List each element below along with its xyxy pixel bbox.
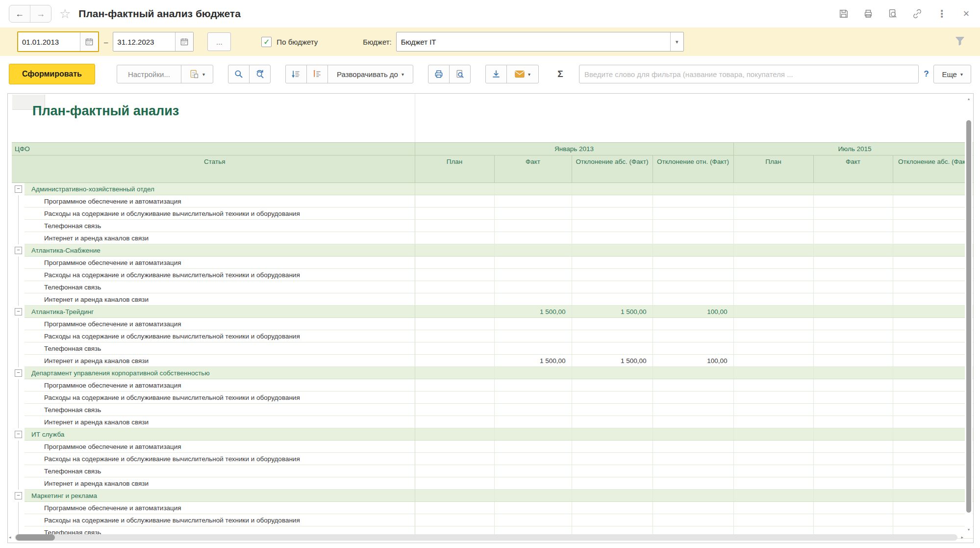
- value-cell[interactable]: [494, 367, 572, 379]
- date-to-input[interactable]: [113, 32, 175, 51]
- vertical-scrollbar[interactable]: [965, 95, 973, 533]
- article-name-cell[interactable]: Расходы на содержание и обслуживание выч…: [25, 514, 415, 526]
- value-cell[interactable]: [415, 318, 494, 330]
- value-cell[interactable]: [572, 502, 653, 514]
- value-cell[interactable]: [733, 477, 813, 490]
- value-cell[interactable]: [813, 490, 893, 502]
- value-cell[interactable]: [653, 477, 733, 490]
- quick-filter-input[interactable]: [579, 65, 919, 83]
- value-cell[interactable]: [733, 318, 813, 330]
- value-cell[interactable]: 1 500,00: [572, 306, 653, 318]
- value-cell[interactable]: [733, 514, 813, 526]
- value-cell[interactable]: [653, 367, 733, 379]
- value-cell[interactable]: [572, 281, 653, 293]
- value-cell[interactable]: [653, 453, 733, 465]
- value-cell[interactable]: [653, 379, 733, 391]
- value-cell[interactable]: [813, 453, 893, 465]
- value-cell[interactable]: [733, 183, 813, 195]
- value-cell[interactable]: [653, 318, 733, 330]
- value-cell[interactable]: [494, 208, 572, 220]
- article-name-cell[interactable]: Телефонная связь: [25, 342, 415, 355]
- value-cell[interactable]: 100,00: [653, 306, 733, 318]
- article-name-cell[interactable]: Телефонная связь: [25, 465, 415, 477]
- value-cell[interactable]: [494, 391, 572, 404]
- value-cell[interactable]: [893, 502, 974, 514]
- value-cell[interactable]: 1 500,00: [494, 306, 572, 318]
- value-cell[interactable]: [415, 367, 494, 379]
- value-cell[interactable]: [415, 342, 494, 355]
- article-name-cell[interactable]: Расходы на содержание и обслуживание выч…: [25, 391, 415, 404]
- value-cell[interactable]: [813, 355, 893, 367]
- value-cell[interactable]: [572, 367, 653, 379]
- article-name-cell[interactable]: Программное обеспечение и автоматизация: [25, 195, 415, 208]
- print-icon[interactable]: [862, 8, 874, 20]
- collapse-expander-icon[interactable]: −: [15, 185, 22, 193]
- value-cell[interactable]: [415, 490, 494, 502]
- date-from-input[interactable]: [18, 32, 80, 51]
- calendar-icon[interactable]: [80, 32, 98, 51]
- value-cell[interactable]: [572, 220, 653, 232]
- value-cell[interactable]: [572, 330, 653, 342]
- value-cell[interactable]: [494, 281, 572, 293]
- value-cell[interactable]: [733, 220, 813, 232]
- value-cell[interactable]: [415, 355, 494, 367]
- horizontal-scroll-track[interactable]: [15, 534, 957, 541]
- article-name-cell[interactable]: Расходы на содержание и обслуживание выч…: [25, 330, 415, 342]
- sum-sigma-button[interactable]: Σ: [550, 65, 571, 83]
- value-cell[interactable]: [893, 269, 974, 281]
- value-cell[interactable]: [653, 391, 733, 404]
- value-cell[interactable]: [733, 208, 813, 220]
- value-cell[interactable]: [653, 208, 733, 220]
- value-cell[interactable]: [653, 441, 733, 453]
- search-button[interactable]: [228, 65, 250, 83]
- cfo-name-cell[interactable]: Административно-хозяйственный отдел: [25, 183, 415, 195]
- scroll-up-icon[interactable]: [965, 97, 973, 101]
- value-cell[interactable]: [415, 244, 494, 257]
- horizontal-scroll-thumb[interactable]: [16, 534, 55, 541]
- value-cell[interactable]: [494, 220, 572, 232]
- value-cell[interactable]: [572, 514, 653, 526]
- by-budget-checkbox[interactable]: [261, 37, 272, 47]
- value-cell[interactable]: [572, 342, 653, 355]
- value-cell[interactable]: [733, 428, 813, 441]
- value-cell[interactable]: [653, 416, 733, 428]
- value-cell[interactable]: [733, 257, 813, 269]
- value-cell[interactable]: [733, 416, 813, 428]
- value-cell[interactable]: [733, 379, 813, 391]
- value-cell[interactable]: [572, 318, 653, 330]
- value-cell[interactable]: [572, 244, 653, 257]
- value-cell[interactable]: [494, 502, 572, 514]
- value-cell[interactable]: [572, 391, 653, 404]
- collapse-expander-icon[interactable]: −: [15, 369, 22, 377]
- value-cell[interactable]: [733, 453, 813, 465]
- value-cell[interactable]: [653, 490, 733, 502]
- expand-groups-button[interactable]: [306, 65, 328, 83]
- scroll-down-icon[interactable]: [965, 527, 973, 532]
- value-cell[interactable]: [813, 306, 893, 318]
- value-cell[interactable]: [415, 514, 494, 526]
- value-cell[interactable]: [415, 293, 494, 306]
- more-button[interactable]: Еще: [933, 65, 971, 83]
- value-cell[interactable]: 1 500,00: [494, 355, 572, 367]
- value-cell[interactable]: [653, 232, 733, 244]
- value-cell[interactable]: [653, 183, 733, 195]
- value-cell[interactable]: [494, 195, 572, 208]
- value-cell[interactable]: [893, 208, 974, 220]
- value-cell[interactable]: [653, 281, 733, 293]
- value-cell[interactable]: [572, 404, 653, 416]
- value-cell[interactable]: [813, 269, 893, 281]
- value-cell[interactable]: [893, 391, 974, 404]
- value-cell[interactable]: [893, 244, 974, 257]
- article-name-cell[interactable]: Программное обеспечение и автоматизация: [25, 379, 415, 391]
- value-cell[interactable]: [733, 293, 813, 306]
- cfo-name-cell[interactable]: Атлантика-Снабжение: [25, 244, 415, 257]
- value-cell[interactable]: [813, 244, 893, 257]
- scroll-right-icon[interactable]: [961, 535, 963, 540]
- value-cell[interactable]: [653, 342, 733, 355]
- value-cell[interactable]: [893, 379, 974, 391]
- value-cell[interactable]: [893, 306, 974, 318]
- cfo-name-cell[interactable]: ИТ служба: [25, 428, 415, 441]
- value-cell[interactable]: [572, 465, 653, 477]
- value-cell[interactable]: [415, 379, 494, 391]
- value-cell[interactable]: [415, 281, 494, 293]
